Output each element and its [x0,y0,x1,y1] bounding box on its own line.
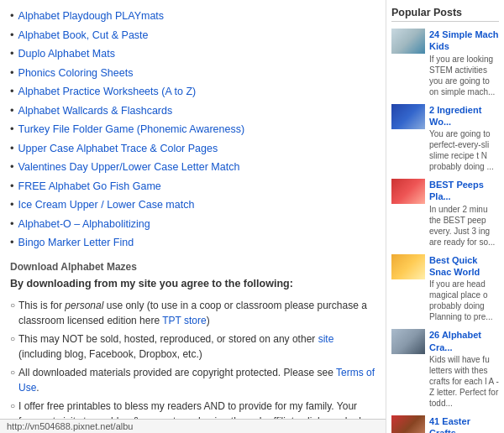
nav-list-item: Upper Case Alphabet Trace & Color Pages [10,139,375,159]
sidebar: Popular Posts 24 Simple Mach KidsIf you … [386,0,504,433]
popular-posts: 24 Simple Mach KidsIf you are looking ST… [391,29,499,433]
sidebar-title: Popular Posts [391,7,499,22]
nav-list-item: Turkey File Folder Game (Phonemic Awaren… [10,120,375,139]
post-info: 41 Easter CraftsHere a 41 East on everyt… [429,415,499,433]
terms-list: This is for personal use only (to use in… [10,296,375,434]
popular-post-item[interactable]: Best Quick Snac WorldIf you are head mag… [391,254,499,323]
nav-link[interactable]: Valentines Day Upper/Lower Case Letter M… [18,161,240,173]
post-title: 2 Ingredient Wo... [429,104,499,128]
nav-link[interactable]: FREE Alphabet Go Fish Game [18,180,161,192]
nav-list-item: Alphabet Playdough PLAYmats [10,7,375,26]
post-info: Best Quick Snac WorldIf you are head mag… [429,254,499,323]
post-info: 2 Ingredient Wo...You are going to perfe… [429,104,499,173]
site-link[interactable]: site [318,333,334,345]
terms-item: This is for personal use only (to use in… [10,296,375,330]
tpt-link[interactable]: TPT store [162,315,206,326]
terms-item: All downloaded materials provided are co… [10,363,375,397]
nav-link[interactable]: Upper Case Alphabet Trace & Color Pages [18,143,218,154]
terms-link[interactable]: Terms of Use [18,367,375,394]
post-excerpt: In under 2 minu the BEST peep every. Jus… [429,204,499,248]
section-title: Download Alphabet Mazes [10,261,375,273]
nav-link[interactable]: Phonics Coloring Sheets [18,67,134,79]
nav-list-item: Alphabet Book, Cut & Paste [10,26,375,45]
post-excerpt: If you are looking STEM activities you a… [429,54,499,97]
nav-link[interactable]: Alphabet Practice Worksheets (A to Z) [18,86,197,97]
popular-post-item[interactable]: 2 Ingredient Wo...You are going to perfe… [391,104,499,173]
nav-link[interactable]: Alphabet Playdough PLAYmats [18,10,165,22]
popular-post-item[interactable]: 41 Easter CraftsHere a 41 East on everyt… [391,415,499,433]
post-excerpt: If you are head magical place o probably… [429,279,499,322]
nav-link[interactable]: Alphabet-O – Alphabolitizing [18,218,150,230]
post-title: Best Quick Snac World [429,254,499,279]
nav-list: Alphabet Playdough PLAYmatsAlphabet Book… [10,7,375,253]
nav-link[interactable]: Alphabet Book, Cut & Paste [18,29,149,41]
post-title: 24 Simple Mach Kids [429,29,499,53]
nav-list-item: Phonics Coloring Sheets [10,64,375,83]
post-thumbnail [391,179,425,204]
popular-post-item[interactable]: 24 Simple Mach KidsIf you are looking ST… [391,29,499,97]
post-thumbnail [391,415,425,433]
nav-list-item: Alphabet-O – Alphabolitizing [10,215,375,234]
popular-post-item[interactable]: BEST Peeps Pla...In under 2 minu the BES… [391,179,499,248]
post-info: 26 Alphabet Cra...Kids will have fu lett… [429,329,499,409]
terms-header: By downloading from my site you agree to… [10,278,375,290]
nav-link[interactable]: Turkey File Folder Game (Phonemic Awaren… [18,123,245,135]
nav-link[interactable]: Bingo Marker Letter Find [18,237,134,248]
nav-list-item: Valentines Day Upper/Lower Case Letter M… [10,158,375,177]
nav-list-item: FREE Alphabet Go Fish Game [10,177,375,196]
post-excerpt: You are going to perfect-every-sli slime… [429,128,499,172]
main-content: Alphabet Playdough PLAYmatsAlphabet Book… [0,0,386,433]
terms-item: This may NOT be sold, hosted, reproduced… [10,330,375,363]
nav-list-item: Alphabet Practice Worksheets (A to Z) [10,82,375,102]
post-title: 26 Alphabet Cra... [429,329,499,353]
post-info: BEST Peeps Pla...In under 2 minu the BES… [429,179,499,248]
nav-list-item: Ice Cream Upper / Lower Case match [10,196,375,215]
nav-list-item: Alphabet Wallcards & Flashcards [10,102,375,121]
nav-list-item: Duplo Alphabet Mats [10,44,375,64]
post-title: BEST Peeps Pla... [429,179,499,203]
nav-list-item: Bingo Marker Letter Find [10,233,375,253]
nav-link[interactable]: Duplo Alphabet Mats [18,48,115,60]
post-thumbnail [391,254,425,279]
post-title: 41 Easter Crafts [429,415,499,433]
nav-link[interactable]: Ice Cream Upper / Lower Case match [18,199,195,211]
post-thumbnail [391,104,425,129]
popular-post-item[interactable]: 26 Alphabet Cra...Kids will have fu lett… [391,329,499,409]
url-bar: http://vn504688.pixnet.net/albu [0,419,386,433]
post-thumbnail [391,29,425,54]
post-thumbnail [391,329,425,354]
post-excerpt: Kids will have fu letters with thes craf… [429,354,499,409]
nav-link[interactable]: Alphabet Wallcards & Flashcards [18,105,173,117]
post-info: 24 Simple Mach KidsIf you are looking ST… [429,29,499,97]
